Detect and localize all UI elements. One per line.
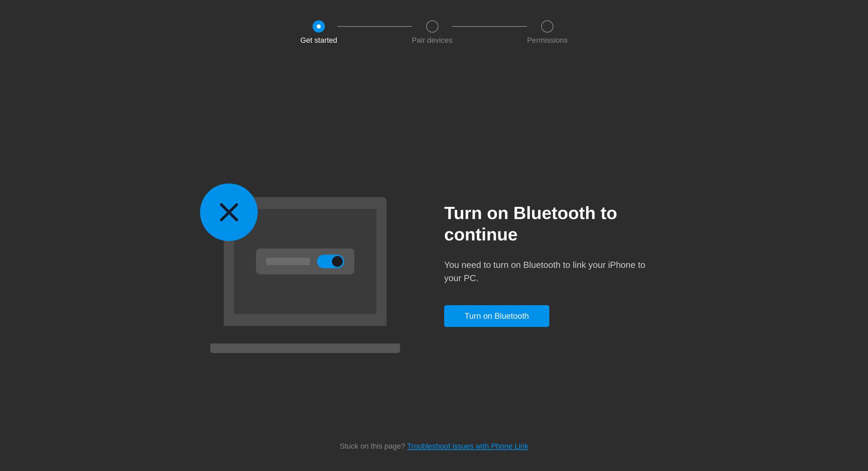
step-circle-get-started <box>313 20 325 33</box>
step-pair-devices: Pair devices <box>412 20 453 45</box>
toggle-switch <box>317 255 344 268</box>
step-get-started: Get started <box>300 20 337 45</box>
svg-line-2 <box>221 204 229 212</box>
step-circle-pair-devices <box>426 20 438 33</box>
toggle-row <box>256 249 354 274</box>
step-permissions: Permissions <box>527 20 568 45</box>
step-label-permissions: Permissions <box>527 36 568 45</box>
step-label-pair-devices: Pair devices <box>412 36 453 45</box>
right-panel: Turn on Bluetooth to continue You need t… <box>444 202 675 327</box>
bluetooth-svg-icon <box>215 197 243 228</box>
illustration <box>193 177 403 353</box>
laptop-base <box>210 344 400 353</box>
stuck-text: Stuck on this page? <box>340 442 405 450</box>
laptop-screen <box>234 209 376 314</box>
troubleshoot-link[interactable]: Troubleshoot issues with Phone Link <box>407 442 529 450</box>
step-circle-permissions <box>541 20 553 33</box>
footer: Stuck on this page? Troubleshoot issues … <box>0 442 868 451</box>
step-connector-2 <box>452 26 527 27</box>
description-text: You need to turn on Bluetooth to link yo… <box>444 258 661 285</box>
bluetooth-circle <box>200 183 258 241</box>
toggle-label-bar <box>266 258 310 265</box>
step-connector-1 <box>337 26 412 27</box>
step-label-get-started: Get started <box>300 36 337 45</box>
main-title: Turn on Bluetooth to continue <box>444 202 675 245</box>
main-content: Turn on Bluetooth to continue You need t… <box>0 58 868 471</box>
toggle-knob <box>332 256 343 267</box>
turn-on-bluetooth-button[interactable]: Turn on Bluetooth <box>444 305 549 327</box>
stepper: Get started Pair devices Permissions <box>300 20 568 45</box>
